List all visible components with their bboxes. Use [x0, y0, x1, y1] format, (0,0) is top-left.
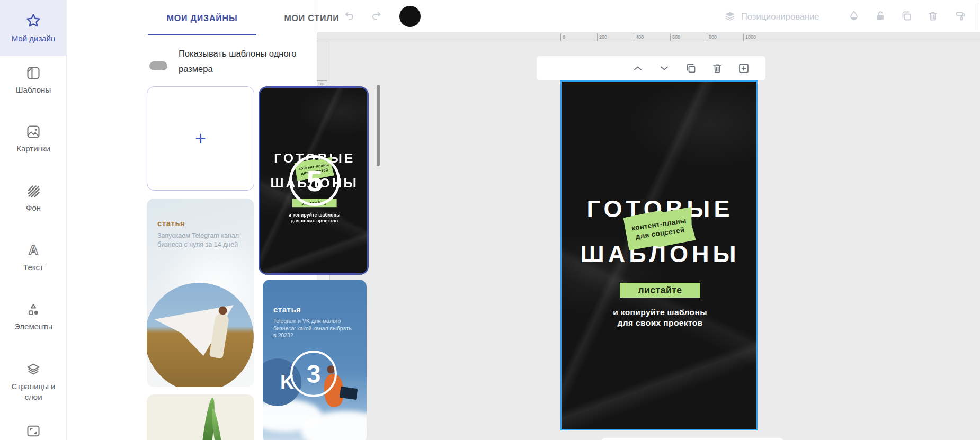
design-tile-sprout[interactable] — [147, 394, 254, 440]
active-tab-underline — [148, 34, 256, 35]
tab-my-designs[interactable]: МОИ ДИЗАЙНЫ — [148, 11, 256, 26]
sidebar-item-resize[interactable] — [0, 424, 67, 440]
sidebar-item-my-design[interactable]: Мой дизайн — [0, 0, 67, 56]
svg-text:A: A — [29, 243, 39, 257]
sidebar-item-label: Фон — [26, 203, 41, 213]
design-tile-article-telegram[interactable]: статья Запускаем Telegram канал бизнеса … — [147, 199, 254, 387]
page-count-badge: 3 — [290, 351, 337, 397]
sidebar-item-images[interactable]: Картинки — [0, 124, 67, 154]
caption-line: бизнеса с нуля за 14 дней — [157, 240, 239, 249]
design-caption: и копируйте шаблоны для своих проектов — [260, 212, 369, 224]
duplicate-button[interactable] — [897, 7, 915, 25]
design-tile-article-vk[interactable]: статья Telegram и VK для малого бизнеса:… — [263, 280, 367, 440]
design-surface: ГОТОВЫЕ ШАБЛОНЫ контент-планы для соцсет… — [562, 82, 758, 430]
sidebar-item-text[interactable]: A Текст — [0, 243, 67, 273]
canvas-workarea: Позиционирование — [317, 0, 980, 440]
photo-circle — [147, 283, 254, 387]
laptop-shape — [340, 387, 358, 400]
color-swatch-button[interactable] — [399, 6, 421, 27]
page-actions-toolbar — [537, 56, 765, 80]
layers-icon — [26, 362, 41, 377]
sidebar-item-templates[interactable]: Шаблоны — [0, 66, 67, 95]
caption-line: бизнеса: какой канал выбрать — [273, 325, 351, 333]
unlock-button[interactable] — [871, 7, 889, 25]
shapes-icon — [26, 302, 41, 317]
article-caption: Запускаем Telegram канал бизнеса с нуля … — [157, 231, 239, 249]
caption-line2: для своих проектов — [260, 218, 369, 224]
selected-design-tile[interactable]: ГОТОВЫЕ ШАБЛОНЫ контент-планы для соцсет… — [259, 86, 369, 275]
positioning-label: Позиционирование — [741, 12, 819, 22]
same-size-toggle-label: Показывать шаблоны одного размера — [179, 46, 314, 77]
sidebar: Мой дизайн Шаблоны Картинки — [0, 0, 67, 440]
sidebar-item-label: Картинки — [16, 143, 50, 154]
sidebar-item-label: Элементы — [14, 321, 52, 332]
positioning-button[interactable]: Позиционирование — [724, 7, 819, 25]
sidebar-item-label: Страницы и слои — [10, 381, 57, 402]
paint-roller-button[interactable] — [951, 7, 969, 25]
ruler-tick-label: 200 — [599, 34, 607, 40]
caption-line1: и копируйте шаблоны — [562, 307, 758, 318]
ruler-tick-label: 1000 — [745, 34, 756, 40]
text-icon: A — [26, 243, 41, 258]
ruler-tick-label: 800 — [709, 34, 717, 40]
canvas-page[interactable]: ГОТОВЫЕ ШАБЛОНЫ контент-планы для соцсет… — [560, 80, 758, 430]
add-page-button[interactable] — [735, 59, 753, 77]
duplicate-page-button[interactable] — [682, 59, 700, 77]
panel-scrollbar[interactable] — [377, 85, 380, 166]
ruler-tick-label: 0 — [563, 34, 565, 40]
move-page-down-button[interactable] — [655, 59, 673, 77]
plus-icon: + — [195, 129, 206, 148]
designs-panel: МОИ ДИЗАЙНЫ МОИ СТИЛИ Показывать шаблоны… — [67, 0, 317, 440]
horizontal-ruler: 0 200 400 600 800 1000 — [317, 33, 980, 41]
images-icon — [26, 124, 41, 139]
page-count-badge: 5 — [289, 155, 340, 206]
resize-icon — [26, 424, 41, 438]
caption-line1: и копируйте шаблоны — [260, 212, 369, 218]
sidebar-item-label: Текст — [23, 262, 43, 273]
templates-icon — [26, 66, 41, 80]
layers-stack-icon — [724, 10, 736, 23]
fill-color-button[interactable] — [845, 7, 863, 25]
sidebar-item-background[interactable]: Фон — [0, 184, 67, 213]
article-brand: статья — [157, 219, 185, 228]
ruler-tick-label: 400 — [636, 34, 644, 40]
next-page-preview[interactable] — [600, 438, 785, 440]
tab-my-styles[interactable]: МОИ СТИЛИ — [276, 11, 348, 26]
editor-toolbar: Позиционирование — [317, 0, 980, 33]
sidebar-item-label: Мой дизайн — [12, 33, 56, 44]
article-brand: статья — [273, 305, 301, 314]
redo-button[interactable] — [367, 7, 385, 25]
delete-button[interactable] — [924, 7, 942, 25]
sidebar-item-pages-layers[interactable]: Страницы и слои — [0, 362, 67, 402]
sidebar-item-elements[interactable]: Элементы — [0, 302, 67, 332]
design-button[interactable]: листайте — [620, 283, 700, 298]
toolbar-divider — [978, 3, 978, 30]
design-editor-app: Мой дизайн Шаблоны Картинки — [0, 0, 980, 440]
delete-page-button[interactable] — [708, 59, 726, 77]
background-hatch-icon — [26, 184, 41, 199]
same-size-toggle[interactable] — [149, 61, 167, 70]
caption-line: Запускаем Telegram канал — [157, 231, 239, 240]
caption-line: в 2023? — [273, 332, 351, 339]
move-page-up-button[interactable] — [629, 59, 647, 77]
add-design-tile[interactable]: + — [147, 86, 254, 191]
ruler-tick-label: 0 — [319, 83, 324, 85]
caption-line: Telegram и VK для малого — [273, 318, 351, 325]
star-icon — [25, 13, 41, 29]
article-caption: Telegram и VK для малого бизнеса: какой … — [273, 318, 351, 339]
caption-line2: для своих проектов — [562, 318, 758, 328]
ruler-tick-label: 600 — [672, 34, 680, 40]
design-caption[interactable]: и копируйте шаблоны для своих проектов — [562, 307, 758, 328]
sidebar-item-label: Шаблоны — [16, 85, 51, 95]
